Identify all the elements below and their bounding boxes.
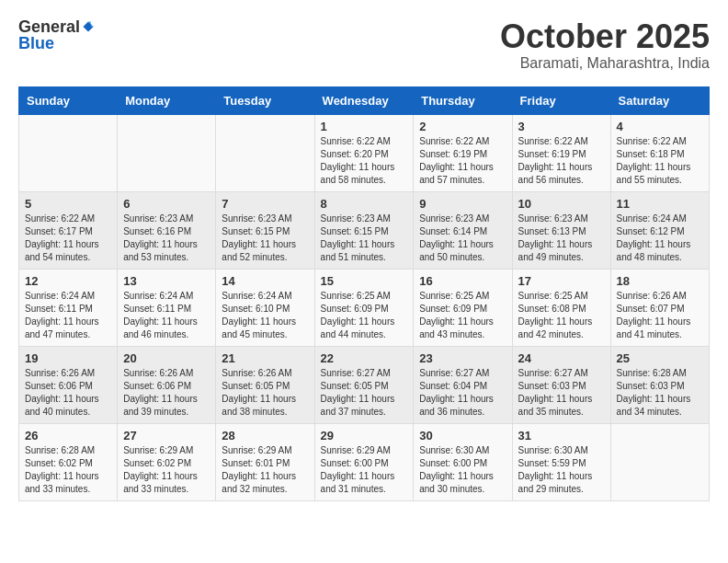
weekday-header-tuesday: Tuesday xyxy=(216,86,314,114)
day-number: 23 xyxy=(419,351,506,365)
calendar-cell: 19Sunrise: 6:26 AM Sunset: 6:06 PM Dayli… xyxy=(19,346,118,423)
day-number: 24 xyxy=(518,351,605,365)
day-number: 6 xyxy=(123,197,210,211)
calendar-cell: 4Sunrise: 6:22 AM Sunset: 6:18 PM Daylig… xyxy=(610,114,709,191)
day-number: 17 xyxy=(518,274,605,288)
calendar-week-row: 12Sunrise: 6:24 AM Sunset: 6:11 PM Dayli… xyxy=(19,269,710,346)
calendar-cell: 5Sunrise: 6:22 AM Sunset: 6:17 PM Daylig… xyxy=(19,191,118,269)
day-info: Sunrise: 6:22 AM Sunset: 6:19 PM Dayligh… xyxy=(419,135,506,187)
calendar-cell: 1Sunrise: 6:22 AM Sunset: 6:20 PM Daylig… xyxy=(314,114,414,191)
day-number: 14 xyxy=(222,274,308,288)
calendar-cell: 20Sunrise: 6:26 AM Sunset: 6:06 PM Dayli… xyxy=(118,346,216,423)
calendar-cell: 3Sunrise: 6:22 AM Sunset: 6:19 PM Daylig… xyxy=(512,114,610,191)
weekday-header-sunday: Sunday xyxy=(19,86,118,114)
day-info: Sunrise: 6:24 AM Sunset: 6:12 PM Dayligh… xyxy=(617,213,703,264)
weekday-header-thursday: Thursday xyxy=(414,86,512,114)
calendar-cell: 18Sunrise: 6:26 AM Sunset: 6:07 PM Dayli… xyxy=(610,269,709,346)
day-number: 12 xyxy=(25,274,111,288)
calendar-cell: 16Sunrise: 6:25 AM Sunset: 6:09 PM Dayli… xyxy=(414,269,512,346)
day-number: 25 xyxy=(617,351,703,365)
day-info: Sunrise: 6:22 AM Sunset: 6:18 PM Dayligh… xyxy=(617,135,703,187)
day-number: 19 xyxy=(25,351,111,365)
day-info: Sunrise: 6:26 AM Sunset: 6:06 PM Dayligh… xyxy=(25,367,111,419)
calendar-cell: 17Sunrise: 6:25 AM Sunset: 6:08 PM Dayli… xyxy=(512,269,610,346)
calendar-week-row: 19Sunrise: 6:26 AM Sunset: 6:06 PM Dayli… xyxy=(19,346,710,423)
day-info: Sunrise: 6:27 AM Sunset: 6:04 PM Dayligh… xyxy=(419,367,506,419)
calendar-table: SundayMondayTuesdayWednesdayThursdayFrid… xyxy=(18,86,710,501)
day-number: 13 xyxy=(123,274,210,288)
calendar-cell xyxy=(610,423,709,500)
day-info: Sunrise: 6:29 AM Sunset: 6:01 PM Dayligh… xyxy=(222,444,308,496)
calendar-cell: 7Sunrise: 6:23 AM Sunset: 6:15 PM Daylig… xyxy=(216,191,314,269)
weekday-header-monday: Monday xyxy=(118,86,216,114)
day-info: Sunrise: 6:25 AM Sunset: 6:09 PM Dayligh… xyxy=(321,290,408,341)
day-info: Sunrise: 6:23 AM Sunset: 6:15 PM Dayligh… xyxy=(321,213,408,264)
weekday-header-wednesday: Wednesday xyxy=(314,86,414,114)
calendar-cell: 11Sunrise: 6:24 AM Sunset: 6:12 PM Dayli… xyxy=(610,191,709,269)
day-number: 22 xyxy=(321,351,408,365)
day-info: Sunrise: 6:24 AM Sunset: 6:10 PM Dayligh… xyxy=(222,290,308,341)
day-number: 31 xyxy=(518,429,605,442)
day-info: Sunrise: 6:27 AM Sunset: 6:05 PM Dayligh… xyxy=(321,367,408,419)
calendar-cell: 27Sunrise: 6:29 AM Sunset: 6:02 PM Dayli… xyxy=(118,423,216,500)
day-info: Sunrise: 6:22 AM Sunset: 6:20 PM Dayligh… xyxy=(321,135,408,187)
day-number: 1 xyxy=(321,120,408,133)
calendar-week-row: 26Sunrise: 6:28 AM Sunset: 6:02 PM Dayli… xyxy=(19,423,710,500)
calendar-cell: 31Sunrise: 6:30 AM Sunset: 5:59 PM Dayli… xyxy=(512,423,610,500)
day-info: Sunrise: 6:23 AM Sunset: 6:16 PM Dayligh… xyxy=(123,213,210,264)
day-number: 16 xyxy=(419,274,506,288)
logo: General Blue xyxy=(18,18,95,52)
calendar-cell xyxy=(118,114,216,191)
logo-general-text: General xyxy=(18,18,80,35)
calendar-cell: 30Sunrise: 6:30 AM Sunset: 6:00 PM Dayli… xyxy=(414,423,512,500)
day-number: 26 xyxy=(25,429,111,442)
day-number: 10 xyxy=(518,197,605,211)
calendar-cell: 13Sunrise: 6:24 AM Sunset: 6:11 PM Dayli… xyxy=(118,269,216,346)
calendar-cell: 15Sunrise: 6:25 AM Sunset: 6:09 PM Dayli… xyxy=(314,269,414,346)
day-info: Sunrise: 6:25 AM Sunset: 6:09 PM Dayligh… xyxy=(419,290,506,341)
calendar-week-row: 5Sunrise: 6:22 AM Sunset: 6:17 PM Daylig… xyxy=(19,191,710,269)
calendar-cell xyxy=(216,114,314,191)
calendar-cell: 21Sunrise: 6:26 AM Sunset: 6:05 PM Dayli… xyxy=(216,346,314,423)
day-info: Sunrise: 6:23 AM Sunset: 6:14 PM Dayligh… xyxy=(419,213,506,264)
day-info: Sunrise: 6:23 AM Sunset: 6:15 PM Dayligh… xyxy=(222,213,308,264)
day-info: Sunrise: 6:26 AM Sunset: 6:06 PM Dayligh… xyxy=(123,367,210,419)
day-info: Sunrise: 6:29 AM Sunset: 6:00 PM Dayligh… xyxy=(321,444,408,496)
day-info: Sunrise: 6:24 AM Sunset: 6:11 PM Dayligh… xyxy=(25,290,111,341)
calendar-cell: 2Sunrise: 6:22 AM Sunset: 6:19 PM Daylig… xyxy=(414,114,512,191)
day-number: 5 xyxy=(25,197,111,211)
day-number: 15 xyxy=(321,274,408,288)
calendar-cell: 8Sunrise: 6:23 AM Sunset: 6:15 PM Daylig… xyxy=(314,191,414,269)
day-number: 7 xyxy=(222,197,308,211)
day-number: 29 xyxy=(321,429,408,442)
calendar-cell: 26Sunrise: 6:28 AM Sunset: 6:02 PM Dayli… xyxy=(19,423,118,500)
day-info: Sunrise: 6:22 AM Sunset: 6:19 PM Dayligh… xyxy=(518,135,605,187)
title-section: October 2025 Baramati, Maharashtra, Indi… xyxy=(500,18,710,72)
calendar-week-row: 1Sunrise: 6:22 AM Sunset: 6:20 PM Daylig… xyxy=(19,114,710,191)
calendar-cell: 23Sunrise: 6:27 AM Sunset: 6:04 PM Dayli… xyxy=(414,346,512,423)
day-number: 11 xyxy=(617,197,703,211)
day-info: Sunrise: 6:30 AM Sunset: 5:59 PM Dayligh… xyxy=(518,444,605,496)
day-number: 9 xyxy=(419,197,506,211)
calendar-cell: 6Sunrise: 6:23 AM Sunset: 6:16 PM Daylig… xyxy=(118,191,216,269)
day-info: Sunrise: 6:30 AM Sunset: 6:00 PM Dayligh… xyxy=(419,444,506,496)
calendar-cell: 10Sunrise: 6:23 AM Sunset: 6:13 PM Dayli… xyxy=(512,191,610,269)
page-header: General Blue October 2025 Baramati, Maha… xyxy=(18,18,710,72)
calendar-cell: 12Sunrise: 6:24 AM Sunset: 6:11 PM Dayli… xyxy=(19,269,118,346)
calendar-cell: 14Sunrise: 6:24 AM Sunset: 6:10 PM Dayli… xyxy=(216,269,314,346)
weekday-header-friday: Friday xyxy=(512,86,610,114)
day-number: 20 xyxy=(123,351,210,365)
weekday-header-row: SundayMondayTuesdayWednesdayThursdayFrid… xyxy=(19,86,710,114)
day-number: 21 xyxy=(222,351,308,365)
day-info: Sunrise: 6:25 AM Sunset: 6:08 PM Dayligh… xyxy=(518,290,605,341)
day-number: 30 xyxy=(419,429,506,442)
calendar-cell: 25Sunrise: 6:28 AM Sunset: 6:03 PM Dayli… xyxy=(610,346,709,423)
logo-blue-text: Blue xyxy=(18,35,95,52)
day-info: Sunrise: 6:22 AM Sunset: 6:17 PM Dayligh… xyxy=(25,213,111,264)
day-number: 4 xyxy=(617,120,703,133)
day-info: Sunrise: 6:23 AM Sunset: 6:13 PM Dayligh… xyxy=(518,213,605,264)
day-number: 2 xyxy=(419,120,506,133)
day-info: Sunrise: 6:27 AM Sunset: 6:03 PM Dayligh… xyxy=(518,367,605,419)
calendar-cell: 9Sunrise: 6:23 AM Sunset: 6:14 PM Daylig… xyxy=(414,191,512,269)
day-info: Sunrise: 6:28 AM Sunset: 6:02 PM Dayligh… xyxy=(25,444,111,496)
